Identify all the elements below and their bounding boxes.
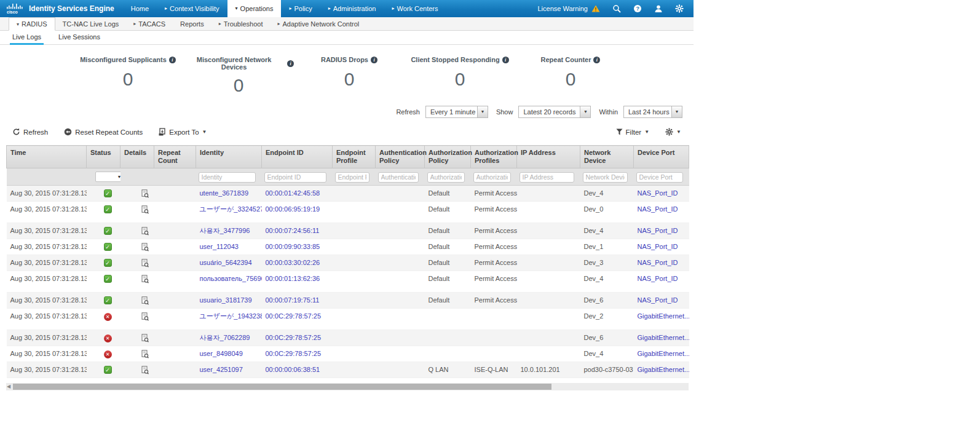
device-port-link[interactable]: NAS_Port_ID [638,259,678,266]
details-report-icon[interactable] [141,189,149,200]
identity-link[interactable]: user_8498049 [200,350,243,357]
filter-button[interactable]: Filter ▼ [616,128,649,136]
tab-live-logs[interactable]: Live Logs [12,31,41,44]
device-port-link[interactable]: NAS_Port_ID [638,227,678,234]
scrollbar-thumb[interactable] [13,384,551,390]
info-icon[interactable]: i [593,57,600,63]
info-icon[interactable]: i [287,60,294,67]
filter-input-endpoint-id[interactable] [264,172,326,183]
nav-item-home[interactable]: Home [123,0,157,17]
device-port-link[interactable]: GigabitEthernet... [638,334,689,341]
user-icon[interactable] [654,4,663,13]
subnav-item-troubleshoot[interactable]: ▸Troubleshoot [211,17,271,30]
info-icon[interactable]: i [169,57,176,63]
details-report-icon[interactable] [141,243,149,253]
nav-item-policy[interactable]: ▸Policy [281,0,320,17]
subnav-item-adaptive-network-control[interactable]: ▸Adaptive Network Control [270,17,366,30]
identity-link[interactable]: ユーザーが_1943238 [200,312,262,320]
column-header-identity[interactable]: Identity [196,146,262,168]
tab-live-sessions[interactable]: Live Sessions [58,31,100,44]
subnav-item-tc-nac-live-logs[interactable]: TC-NAC Live Logs [55,17,127,30]
endpoint-id-link[interactable]: 00:00:09:90:33:85 [266,243,320,250]
endpoint-id-link[interactable]: 00:00:07:24:56:11 [266,227,320,234]
column-header-endpoint-id[interactable]: Endpoint ID [262,146,333,168]
endpoint-id-link[interactable]: 00:00:01:42:45:58 [266,189,320,197]
device-port-link[interactable]: GigabitEthernet... [638,350,689,357]
details-report-icon[interactable] [141,350,149,360]
endpoint-id-link[interactable]: 00:00:01:13:62:36 [266,275,320,282]
show-records-select[interactable]: Latest 20 records ▼ [518,106,591,118]
details-report-icon[interactable] [141,366,149,376]
filter-input-authorization-profiles[interactable] [473,172,511,183]
reset-repeat-counts-button[interactable]: Reset Repeat Counts [64,128,143,136]
identity-link[interactable]: ユーザーが_3324527 [200,205,262,213]
details-report-icon[interactable] [141,205,149,216]
endpoint-id-link[interactable]: 00:00:07:19:75:11 [266,296,320,304]
filter-input-identity[interactable] [199,172,256,183]
device-port-link[interactable]: NAS_Port_ID [638,189,678,197]
within-select[interactable]: Last 24 hours ▼ [623,106,682,118]
column-header-endpoint-profile[interactable]: Endpoint Profile [333,146,376,168]
endpoint-id-link[interactable]: 00:00:06:95:19:19 [266,205,320,213]
settings-gear-icon[interactable] [675,4,684,13]
column-header-ip-address[interactable]: IP Address [517,146,580,168]
scroll-left-arrow-icon[interactable]: ◀ [7,383,10,390]
column-header-authorization-policy[interactable]: Authorization Policy [425,146,471,168]
device-port-link[interactable]: NAS_Port_ID [638,243,678,250]
info-icon[interactable]: i [502,57,509,63]
column-header-status[interactable]: Status [87,146,121,168]
subnav-item-radius[interactable]: ▾RADIUS [9,17,55,31]
horizontal-scrollbar[interactable]: ◀ [6,383,689,390]
column-header-time[interactable]: Time [7,146,87,168]
license-warning[interactable]: License Warning [537,5,600,12]
filter-input-endpoint-profile[interactable] [335,172,369,183]
endpoint-id-link[interactable]: 00:0C:29:78:57:25 [266,312,322,320]
subnav-item-tacacs[interactable]: ▸TACACS [126,17,173,30]
filter-input-authorization-policy[interactable] [427,172,465,183]
details-report-icon[interactable] [141,275,149,285]
grid-settings-button[interactable]: ▼ [665,128,681,136]
details-report-icon[interactable] [141,334,149,344]
identity-link[interactable]: 사용자_3477996 [200,227,250,234]
device-port-link[interactable]: GigabitEthernet... [638,366,689,373]
subnav-item-reports[interactable]: Reports [173,17,211,30]
export-to-button[interactable]: Export To ▼ [159,128,207,136]
refresh-interval-select[interactable]: Every 1 minute ▼ [425,106,488,118]
identity-link[interactable]: пользователь_7569692 [200,275,262,282]
column-header-authentication-policy[interactable]: Authentication Policy [376,146,425,168]
device-port-link[interactable]: NAS_Port_ID [638,205,678,213]
details-report-icon[interactable] [141,259,149,269]
identity-link[interactable]: utente_3671839 [200,189,249,197]
column-header-repeat-count[interactable]: Repeat Count [154,146,196,168]
nav-item-context-visibility[interactable]: ▸Context Visibility [157,0,227,17]
endpoint-id-link[interactable]: 00:0C:29:78:57:25 [266,334,322,341]
nav-item-operations[interactable]: ▾Operations [227,0,282,17]
info-icon[interactable]: i [371,57,377,63]
nav-item-administration[interactable]: ▸Administration [320,0,384,17]
nav-item-work-centers[interactable]: ▸Work Centers [384,0,446,17]
details-report-icon[interactable] [141,227,149,237]
column-header-network-device[interactable]: Network Device [580,146,634,168]
filter-input-authentication-policy[interactable] [378,172,419,183]
refresh-button[interactable]: Refresh [12,128,48,136]
column-header-authorization-profiles[interactable]: Authorization Profiles [471,146,517,168]
identity-link[interactable]: 사용자_7062289 [200,334,250,341]
endpoint-id-link[interactable]: 00:00:00:06:38:51 [266,366,320,373]
filter-input-network-device[interactable] [583,172,628,183]
filter-input-ip-address[interactable] [520,172,574,183]
column-header-details[interactable]: Details [121,146,154,168]
identity-link[interactable]: usuario_3181739 [200,296,252,304]
filter-input-device-port[interactable] [636,172,683,183]
endpoint-id-link[interactable]: 00:0C:29:78:57:25 [266,350,322,357]
details-report-icon[interactable] [141,312,149,323]
identity-link[interactable]: usuário_5642394 [200,259,252,266]
identity-link[interactable]: user_4251097 [200,366,243,373]
help-icon[interactable]: ? [633,4,642,13]
device-port-link[interactable]: GigabitEthernet... [638,312,689,320]
details-report-icon[interactable] [141,296,149,307]
column-header-device-port[interactable]: Device Port [634,146,689,168]
identity-link[interactable]: user_112043 [200,243,239,250]
search-icon[interactable] [612,4,621,13]
device-port-link[interactable]: NAS_Port_ID [638,296,678,304]
device-port-link[interactable]: NAS_Port_ID [638,275,678,282]
